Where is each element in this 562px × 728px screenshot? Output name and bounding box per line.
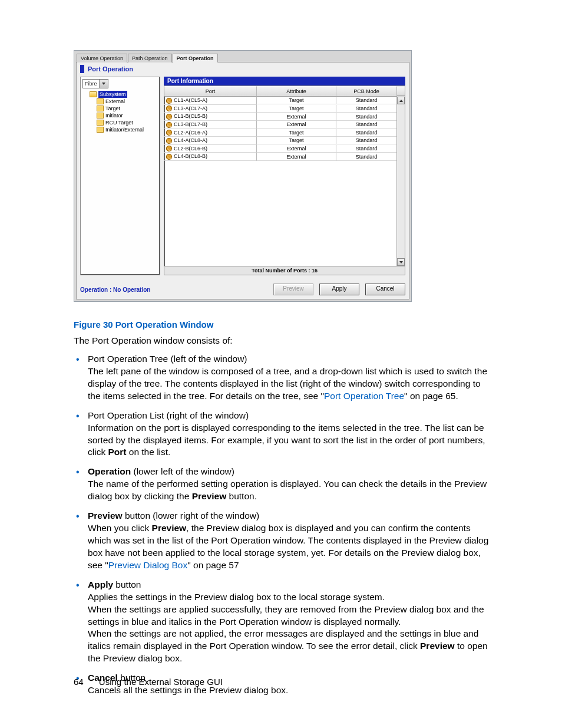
tree-type-dropdown[interactable]: Fibre <box>82 79 108 88</box>
port-icon <box>166 146 172 151</box>
tree-node-initiator[interactable]: Initiator <box>97 112 158 119</box>
folder-icon <box>97 98 104 104</box>
port-icon <box>166 154 172 160</box>
tab-volume-operation[interactable]: Volume Operation <box>77 54 127 62</box>
folder-icon <box>97 106 104 111</box>
figure-caption: Figure 30 Port Operation Window <box>74 319 494 330</box>
col-pcb-mode[interactable]: PCB Mode <box>336 86 397 97</box>
table-row[interactable]: CL4-A(CL8-A)TargetStandard <box>164 137 405 145</box>
scroll-header <box>397 87 405 96</box>
total-ports-label: Total Number of Ports : 16 <box>164 266 405 275</box>
footer-title: Using the External Storage GUI <box>99 677 223 687</box>
tree-node-rcu-target[interactable]: RCU Target <box>97 119 158 126</box>
apply-button[interactable]: Apply <box>319 284 359 295</box>
bullet-operation: Operation (lower left of the window) The… <box>74 466 494 503</box>
document-body: Figure 30 Port Operation Window The Port… <box>74 319 494 697</box>
operation-bar: Operation : No Operation Preview Apply C… <box>77 279 409 299</box>
tab-port-operation[interactable]: Port Operation <box>173 54 218 62</box>
port-information-header: Port Information <box>164 77 405 85</box>
bullet-port-tree: Port Operation Tree (left of the window)… <box>74 353 494 403</box>
operation-status: Operation : No Operation <box>80 286 150 293</box>
table-header: Port Attribute PCB Mode <box>164 86 405 97</box>
section-title: Port Operation <box>77 62 409 77</box>
tree-node-subsystem[interactable]: Subsystem <box>90 91 158 98</box>
link-port-operation-tree[interactable]: Port Operation Tree <box>324 391 404 401</box>
scroll-down-icon[interactable] <box>397 258 405 266</box>
table-row[interactable]: CL3-B(CL7-B)ExternalStandard <box>164 121 405 129</box>
tab-path-operation[interactable]: Path Operation <box>128 54 172 62</box>
bullet-apply: Apply button Applies the settings in the… <box>74 579 494 665</box>
col-attribute[interactable]: Attribute <box>257 86 336 97</box>
page-footer: 64 Using the External Storage GUI <box>74 677 223 687</box>
port-icon <box>166 130 172 136</box>
tree-node-target[interactable]: Target <box>97 105 158 112</box>
page-number: 64 <box>74 677 84 687</box>
bullet-port-list: Port Operation List (right of the window… <box>74 410 494 459</box>
tree-panel: Fibre Subsystem <box>80 77 160 275</box>
port-table: Port Attribute PCB Mode CL1-A(CL5-A)Targ… <box>164 85 405 275</box>
cancel-button[interactable]: Cancel <box>365 284 405 295</box>
port-icon <box>166 114 172 120</box>
dropdown-label: Fibre <box>83 81 99 87</box>
folder-icon <box>97 113 104 118</box>
table-row[interactable]: CL3-A(CL7-A)TargetStandard <box>164 105 405 113</box>
port-icon <box>166 138 172 144</box>
port-icon <box>166 98 172 104</box>
folder-icon <box>97 127 104 133</box>
port-icon <box>166 106 172 111</box>
table-row[interactable]: CL1-A(CL5-A)TargetStandard <box>164 97 405 105</box>
table-row[interactable]: CL4-B(CL8-B)ExternalStandard <box>164 153 405 161</box>
folder-open-icon <box>90 91 97 97</box>
port-icon <box>166 122 172 128</box>
folder-icon <box>97 120 104 126</box>
tab-strip: Volume Operation Path Operation Port Ope… <box>74 51 411 62</box>
port-operation-tree: Subsystem External Target Initiator RCU … <box>82 91 158 133</box>
table-row[interactable]: CL2-A(CL6-A)TargetStandard <box>164 129 405 137</box>
chevron-down-icon[interactable] <box>99 80 108 88</box>
bullet-preview: Preview button (lower right of the windo… <box>74 510 494 572</box>
col-port[interactable]: Port <box>164 86 257 97</box>
table-row[interactable]: CL2-B(CL6-B)ExternalStandard <box>164 145 405 153</box>
preview-button[interactable]: Preview <box>273 284 313 295</box>
scroll-up-icon[interactable] <box>397 97 405 104</box>
tree-node-external[interactable]: External <box>97 98 158 105</box>
section-title-text: Port Operation <box>88 65 133 73</box>
title-bar-icon <box>80 65 84 73</box>
intro-paragraph: The Port Operation window consists of: <box>74 335 494 346</box>
table-row[interactable]: CL1-B(CL5-B)ExternalStandard <box>164 113 405 121</box>
vertical-scrollbar[interactable] <box>396 97 405 266</box>
port-information-panel: Port Information Port Attribute PCB Mode… <box>164 77 405 275</box>
port-operation-window: Volume Operation Path Operation Port Ope… <box>74 50 412 302</box>
tree-node-initiator-external[interactable]: Initiator/External <box>97 126 158 133</box>
link-preview-dialog-box[interactable]: Preview Dialog Box <box>108 560 187 570</box>
